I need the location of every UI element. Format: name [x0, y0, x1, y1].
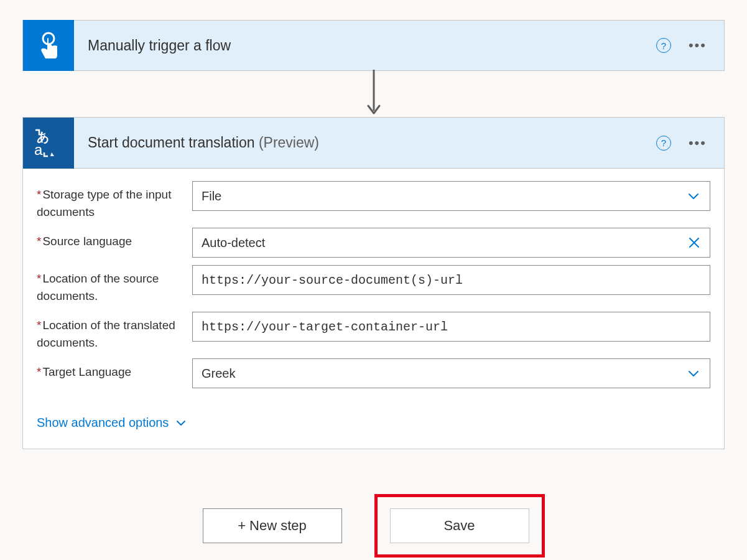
- action-header[interactable]: あ a Start document translation (Preview)…: [23, 118, 724, 169]
- target-language-label: *Target Language: [37, 358, 192, 381]
- target-location-input[interactable]: https://your-target-container-url: [192, 312, 710, 342]
- action-title: Start document translation: [88, 134, 254, 151]
- touch-icon: [23, 20, 74, 71]
- translate-icon: あ a: [23, 118, 74, 169]
- trigger-card[interactable]: Manually trigger a flow ? •••: [22, 20, 725, 71]
- bottom-button-row: + New step Save: [22, 494, 725, 558]
- save-highlight-box: Save: [374, 494, 545, 558]
- more-menu-icon[interactable]: •••: [689, 136, 707, 150]
- clear-icon[interactable]: [681, 236, 701, 250]
- target-location-label: *Location of the translated documents.: [37, 312, 192, 351]
- chevron-down-icon: [680, 189, 701, 203]
- source-location-input[interactable]: https://your-source-document(s)-url: [192, 265, 710, 295]
- storage-type-select[interactable]: File: [192, 181, 710, 211]
- svg-text:a: a: [34, 141, 43, 158]
- new-step-button[interactable]: + New step: [203, 508, 342, 543]
- chevron-down-icon: [175, 417, 187, 429]
- more-menu-icon[interactable]: •••: [689, 39, 707, 52]
- show-advanced-link[interactable]: Show advanced options: [37, 416, 187, 430]
- source-language-label: *Source language: [37, 228, 192, 250]
- source-language-select[interactable]: Auto-detect: [192, 228, 710, 258]
- storage-type-label: *Storage type of the input documents: [37, 181, 192, 220]
- target-language-select[interactable]: Greek: [192, 358, 710, 388]
- flow-arrow: [22, 71, 725, 117]
- help-icon[interactable]: ?: [656, 136, 671, 151]
- save-button[interactable]: Save: [390, 508, 529, 543]
- source-location-label: *Location of the source documents.: [37, 265, 192, 304]
- preview-badge: (Preview): [259, 134, 319, 151]
- trigger-title: Manually trigger a flow: [74, 37, 656, 54]
- chevron-down-icon: [680, 366, 701, 381]
- action-card: あ a Start document translation (Preview)…: [22, 117, 725, 449]
- help-icon[interactable]: ?: [656, 38, 671, 53]
